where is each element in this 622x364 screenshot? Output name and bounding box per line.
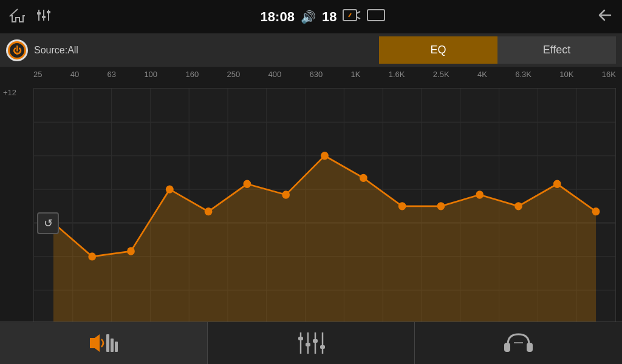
svg-rect-41 (298, 337, 303, 340)
svg-rect-42 (306, 343, 310, 346)
svg-rect-10 (367, 10, 384, 21)
svg-rect-43 (313, 339, 318, 343)
freq-63: 63 (108, 70, 116, 79)
freq-160: 160 (185, 70, 199, 79)
svg-rect-4 (42, 16, 46, 18)
freq-25: 25 (33, 70, 42, 79)
freq-1k: 1K (351, 70, 361, 79)
eq-point-1k[interactable] (360, 174, 367, 182)
eq-chart-svg (34, 89, 615, 357)
freq-100: 100 (144, 70, 157, 79)
freq-16k: 16K (602, 70, 616, 79)
svg-marker-33 (90, 334, 100, 352)
display-icon[interactable] (367, 8, 385, 25)
volume-icon: 🔊 (301, 10, 316, 24)
reset-button[interactable]: ↺ (37, 212, 59, 234)
screen-record-icon[interactable] (343, 8, 361, 25)
svg-rect-35 (111, 339, 114, 352)
freq-4k: 4K (477, 70, 487, 79)
mixer-button[interactable] (208, 322, 415, 365)
top-bar: ⏻ Source:All EQ Effect (0, 33, 622, 67)
svg-line-9 (349, 13, 351, 17)
freq-10k: 10K (559, 70, 573, 79)
equalizer-icon[interactable] (35, 7, 52, 27)
eq-point-10k[interactable] (553, 180, 561, 188)
freq-2-5k: 2.5K (433, 70, 449, 79)
eq-point-160[interactable] (205, 207, 213, 215)
eq-point-6-3k[interactable] (514, 202, 522, 210)
eq-point-4k[interactable] (476, 190, 484, 198)
freq-6-3k: 6.3K (515, 70, 531, 79)
eq-area: 25 40 63 100 160 250 400 630 1K 1.6K 2.5… (0, 67, 622, 364)
effect-tab[interactable]: Effect (497, 36, 616, 64)
eq-point-16k[interactable] (592, 207, 600, 215)
db-plus-label: +12 (3, 88, 16, 97)
bottom-bar (0, 322, 622, 364)
power-button[interactable]: ⏻ (8, 41, 26, 59)
home-icon[interactable] (9, 7, 26, 27)
time-display: 18:08 (261, 9, 295, 25)
eq-point-250[interactable] (244, 180, 251, 188)
sound-eq-button[interactable] (0, 322, 208, 365)
svg-rect-46 (527, 343, 533, 352)
eq-point-100[interactable] (166, 185, 174, 193)
source-label: Source:All (34, 45, 373, 56)
eq-point-2-5k[interactable] (437, 202, 445, 210)
eq-point-1-6k[interactable] (398, 202, 406, 210)
freq-1-6k: 1.6K (389, 70, 405, 79)
eq-point-630[interactable] (321, 152, 329, 160)
chart-container: ↺ (33, 88, 616, 358)
svg-rect-44 (320, 345, 325, 349)
back-icon[interactable] (593, 7, 613, 27)
svg-rect-34 (106, 334, 109, 352)
freq-400: 400 (268, 70, 281, 79)
eq-tab[interactable]: EQ (379, 36, 497, 64)
effect-button[interactable] (415, 322, 622, 365)
volume-level: 18 (322, 9, 337, 25)
eq-point-400[interactable] (282, 190, 290, 198)
svg-rect-36 (115, 342, 118, 352)
freq-40: 40 (70, 70, 79, 79)
freq-250: 250 (227, 70, 240, 79)
eq-point-63[interactable] (127, 247, 135, 255)
freq-630: 630 (310, 70, 323, 79)
status-bar: 18:08 🔊 18 (0, 0, 622, 33)
svg-rect-3 (37, 12, 41, 15)
tab-group: EQ Effect (379, 36, 616, 64)
eq-point-40[interactable] (88, 252, 96, 260)
svg-rect-45 (504, 343, 510, 352)
svg-rect-5 (47, 11, 50, 13)
freq-labels: 25 40 63 100 160 250 400 630 1K 1.6K 2.5… (33, 70, 616, 79)
power-circle: ⏻ (6, 39, 28, 61)
